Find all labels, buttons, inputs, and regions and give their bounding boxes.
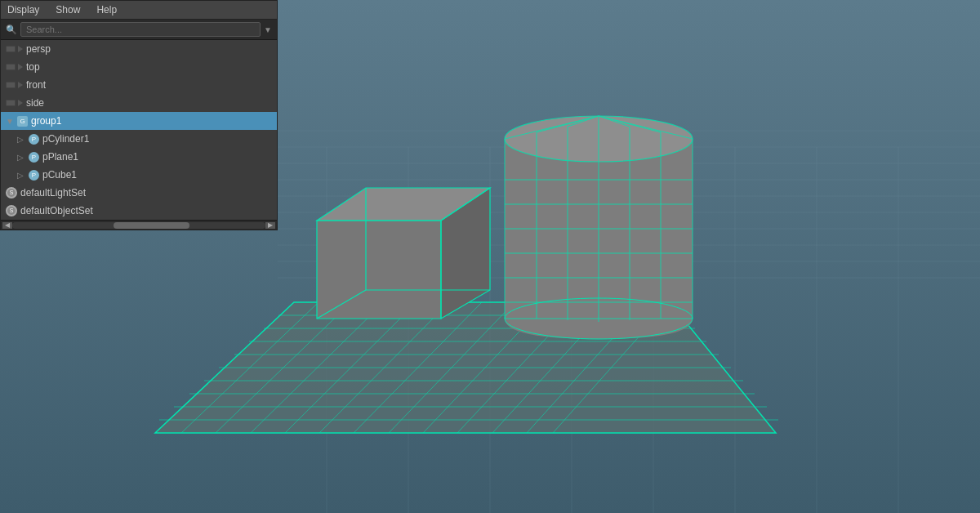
- expand-icon-plane[interactable]: ▷: [17, 153, 25, 162]
- tree-item-pcylinder1[interactable]: ▷ P pCylinder1: [1, 130, 277, 148]
- tree-label-pcylinder1: pCylinder1: [42, 133, 89, 145]
- expand-icon-group1[interactable]: ▼: [6, 117, 14, 126]
- outliner-tree: persp top front side: [1, 40, 277, 220]
- tree-label-top: top: [26, 61, 40, 73]
- camera-lens-icon-3: [18, 82, 23, 88]
- tree-item-defaultlightset[interactable]: S defaultLightSet: [1, 184, 277, 202]
- tree-item-pplane1[interactable]: ▷ P pPlane1: [1, 148, 277, 166]
- svg-marker-42: [317, 221, 441, 319]
- outliner-menu-bar: Display Show Help: [1, 1, 277, 20]
- camera-body-icon: [6, 46, 16, 52]
- camera-lens-icon-2: [18, 64, 23, 70]
- group-icon: G: [17, 116, 28, 127]
- tree-label-front: front: [26, 79, 46, 91]
- poly-icon-cylinder: P: [29, 134, 39, 145]
- search-dropdown-arrow[interactable]: ▼: [264, 25, 272, 34]
- poly-icon-plane: P: [29, 152, 39, 163]
- scroll-left-btn[interactable]: ◀: [2, 222, 12, 229]
- tree-item-persp[interactable]: persp: [1, 40, 277, 58]
- tree-item-top[interactable]: top: [1, 58, 277, 76]
- outliner-panel: Display Show Help 🔍 ▼ persp top: [0, 0, 278, 230]
- tree-label-pcube1: pCube1: [42, 169, 77, 181]
- camera-body-icon-4: [6, 100, 16, 106]
- tree-label-defaultobjectset: defaultObjectSet: [20, 205, 93, 216]
- camera-lens-icon-4: [18, 100, 23, 106]
- poly-icon-cube: P: [29, 170, 39, 181]
- tree-label-pplane1: pPlane1: [42, 151, 78, 163]
- tree-item-group1[interactable]: ▼ G group1: [1, 112, 277, 130]
- camera-lens-icon: [18, 46, 23, 52]
- menu-help[interactable]: Help: [93, 2, 120, 17]
- search-bar: 🔍 ▼: [1, 20, 277, 40]
- tree-item-pcube1[interactable]: ▷ P pCube1: [1, 166, 277, 184]
- tree-label-defaultlightset: defaultLightSet: [20, 187, 86, 199]
- set-icon-light: S: [6, 187, 17, 199]
- horizontal-scrollbar[interactable]: ◀ ▶: [1, 220, 277, 230]
- menu-display[interactable]: Display: [4, 2, 42, 17]
- tree-item-side[interactable]: side: [1, 94, 277, 112]
- menu-show[interactable]: Show: [52, 2, 83, 17]
- tree-label-side: side: [26, 97, 44, 109]
- search-input[interactable]: [20, 22, 261, 37]
- camera-body-icon-2: [6, 64, 16, 70]
- tree-label-persp: persp: [26, 43, 51, 55]
- tree-item-front[interactable]: front: [1, 76, 277, 94]
- expand-icon-cube[interactable]: ▷: [17, 171, 25, 180]
- tree-item-defaultobjectset[interactable]: S defaultObjectSet: [1, 202, 277, 220]
- search-icon: 🔍: [6, 25, 17, 35]
- scroll-thumb[interactable]: [114, 222, 189, 229]
- set-icon-object: S: [6, 205, 17, 216]
- expand-icon-cylinder[interactable]: ▷: [17, 135, 25, 144]
- scroll-track[interactable]: [12, 222, 265, 229]
- camera-body-icon-3: [6, 82, 16, 88]
- tree-label-group1: group1: [31, 115, 61, 127]
- scroll-right-btn[interactable]: ▶: [265, 222, 275, 229]
